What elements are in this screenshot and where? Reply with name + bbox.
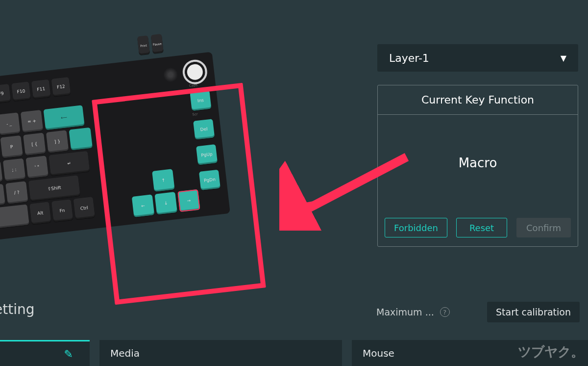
tab-custom[interactable]: ✎ bbox=[0, 340, 90, 366]
reset-button[interactable]: Reset bbox=[456, 218, 507, 237]
scr-label: Scr bbox=[192, 110, 212, 119]
key-arrow-down[interactable]: ↓ bbox=[154, 192, 177, 214]
watermark: ツブヤク。 bbox=[518, 343, 584, 361]
key-f11[interactable]: F11 bbox=[31, 79, 51, 99]
key-f9[interactable]: F9 bbox=[0, 84, 11, 104]
layer-select[interactable]: Layer-1 ▼ bbox=[377, 44, 578, 72]
tab-mouse-label: Mouse bbox=[363, 347, 394, 359]
start-calibration-button[interactable]: Start calibration bbox=[487, 302, 580, 322]
key-f10[interactable]: F10 bbox=[11, 81, 31, 101]
key-backslash[interactable] bbox=[69, 128, 93, 151]
key-minus[interactable]: - _ bbox=[0, 112, 21, 135]
key-pause[interactable]: Pause bbox=[151, 34, 164, 53]
tab-media-label: Media bbox=[110, 347, 140, 359]
bottom-tabs: ✎ Media Mouse bbox=[0, 340, 588, 366]
key-f12[interactable]: F12 bbox=[51, 77, 71, 97]
key-equals[interactable]: = + bbox=[21, 110, 43, 132]
key-slash[interactable]: / ? bbox=[5, 181, 28, 204]
key-arrow-right[interactable]: → bbox=[177, 189, 200, 212]
keyboard-vent bbox=[163, 67, 179, 83]
key-l[interactable]: L bbox=[0, 161, 3, 183]
pencil-icon: ✎ bbox=[64, 348, 73, 360]
keyboard-display[interactable]: Print Pause F8 F9 F10 F11 F12 0 ) - _ = … bbox=[0, 28, 235, 241]
svg-marker-1 bbox=[285, 201, 314, 227]
calibration-row: Maximum ... ? Start calibration bbox=[376, 301, 580, 323]
maximum-label: Maximum ... bbox=[376, 307, 434, 317]
key-lbracket[interactable]: [ { bbox=[23, 133, 46, 156]
chevron-down-icon: ▼ bbox=[561, 53, 566, 63]
key-backspace[interactable]: ⟵ bbox=[43, 105, 84, 130]
confirm-button: Confirm bbox=[516, 218, 571, 237]
key-arrow-left[interactable]: ← bbox=[132, 194, 154, 217]
ckf-title: Current Key Function bbox=[378, 85, 578, 115]
key-rshift[interactable]: ⇧Shift bbox=[28, 175, 80, 201]
key-enter[interactable]: ↵ bbox=[49, 151, 90, 176]
key-pgdn[interactable]: PgDn bbox=[199, 170, 220, 190]
rotary-knob[interactable] bbox=[181, 58, 208, 85]
key-period[interactable]: . > bbox=[0, 184, 5, 207]
key-quote[interactable]: ' " bbox=[25, 156, 48, 178]
key-arrow-up[interactable]: ↑ bbox=[152, 169, 174, 191]
forbidden-button[interactable]: Forbidden bbox=[385, 218, 447, 237]
key-p[interactable]: P bbox=[0, 135, 23, 158]
key-space[interactable] bbox=[0, 204, 29, 229]
setting-section-title: etting bbox=[0, 301, 34, 317]
key-rbracket[interactable]: ] } bbox=[46, 130, 69, 153]
key-pgup[interactable]: PgUp bbox=[196, 144, 218, 165]
tab-media[interactable]: Media bbox=[99, 340, 342, 366]
key-ins[interactable]: Ins bbox=[190, 90, 211, 111]
ckf-actions: Forbidden Reset Confirm bbox=[378, 211, 578, 246]
key-fn[interactable]: Fn bbox=[51, 199, 73, 222]
key-ralt[interactable]: Alt bbox=[29, 202, 51, 224]
current-key-function-panel: Current Key Function Macro Forbidden Res… bbox=[377, 85, 578, 247]
key-del[interactable]: Del bbox=[193, 119, 215, 139]
layer-select-label: Layer-1 bbox=[389, 52, 429, 64]
key-print[interactable]: Print bbox=[137, 35, 150, 55]
key-semicolon[interactable]: ; : bbox=[3, 158, 25, 181]
ckf-value: Macro bbox=[378, 115, 578, 211]
help-icon[interactable]: ? bbox=[440, 307, 450, 317]
key-rctrl[interactable]: Ctrl bbox=[74, 197, 95, 219]
